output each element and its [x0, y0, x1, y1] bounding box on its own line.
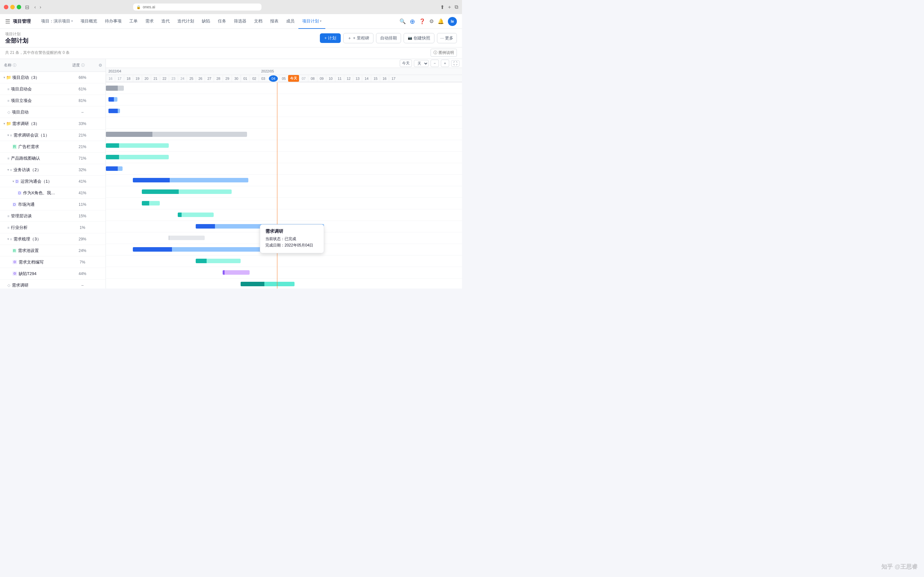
forward-button[interactable]: ›	[39, 4, 43, 10]
nav-item-todo[interactable]: 待办事项	[101, 14, 126, 29]
nav-item-project-plan[interactable]: 项目计划 ▾	[298, 14, 325, 29]
day-18: 18	[124, 75, 133, 82]
bar-progress	[106, 132, 152, 137]
bar-progress	[223, 270, 225, 275]
more-button[interactable]: ··· 更多	[437, 33, 457, 43]
close-button[interactable]	[4, 5, 8, 9]
day-26: 26	[196, 75, 205, 82]
table-row[interactable]: ◇ 项目启动 –	[0, 106, 105, 118]
doc-icon: D	[13, 203, 16, 206]
chevron-down-icon[interactable]: ▾	[7, 168, 9, 171]
nav-item-ticket[interactable]: 工单	[126, 14, 142, 29]
table-row[interactable]: R 广告栏需求 21%	[0, 141, 105, 153]
create-snapshot-button[interactable]: 📷 创建快照	[404, 33, 435, 43]
table-row[interactable]: D 作为X角色、我… 41%	[0, 187, 105, 199]
nav-item-project[interactable]: 项目：演示项目 ▾	[37, 14, 77, 29]
notification-button[interactable]: 🔔	[438, 18, 444, 24]
nav-item-report[interactable]: 报表	[266, 14, 282, 29]
nav-item-filter[interactable]: 筛选器	[230, 14, 250, 29]
bar-req-doc	[223, 270, 250, 275]
table-row[interactable]: ▾ D 运营沟通会（1） 41%	[0, 176, 105, 187]
bar-progress	[196, 224, 215, 229]
table-row[interactable]: D 市场沟通 11%	[0, 199, 105, 210]
nav-actions: 🔍 ⊕ ❓ ⚙ 🔔 Ie	[399, 17, 457, 26]
chevron-down-icon[interactable]: ▾	[7, 133, 9, 137]
table-row[interactable]: ▾ ≡ 业务访谈（2） 32%	[0, 164, 105, 176]
gantt-row-1	[106, 82, 462, 94]
table-row[interactable]: ⚙ 缺陷T294 44%	[0, 268, 105, 279]
minimize-button[interactable]	[10, 5, 15, 9]
table-row[interactable]: ≡ 产品路线图确认 71%	[0, 153, 105, 164]
auto-arrange-button[interactable]: 自动排期	[376, 33, 401, 43]
add-member-button[interactable]: ⊕	[410, 18, 415, 25]
nav-item-requirement[interactable]: 需求	[142, 14, 158, 29]
bar-role-story	[142, 201, 160, 205]
day-11-may: 11	[335, 75, 344, 82]
gantt-row-16	[106, 255, 462, 267]
legend-button[interactable]: ⓘ 图例说明	[431, 49, 457, 57]
table-row[interactable]: R 需求池设置 24%	[0, 245, 105, 256]
day-15-may: 15	[371, 75, 380, 82]
main-container: 项目计划 全部计划 + 计划 ＋ + 里程碑 自动排期 📷 创建快照 ··· 更…	[0, 29, 462, 288]
search-button[interactable]: 🔍	[399, 18, 406, 24]
chevron-down-icon[interactable]: ▾	[3, 122, 5, 125]
link-icon: ⚙	[13, 260, 17, 264]
bar-progress	[142, 201, 149, 205]
zoom-in-button[interactable]: ＋	[441, 60, 449, 67]
gantt-row-9	[106, 175, 462, 186]
table-row[interactable]: ≡ 管理层访谈 15%	[0, 210, 105, 222]
chevron-down-icon[interactable]: ▾	[7, 237, 9, 241]
add-milestone-button[interactable]: ＋ + 里程碑	[343, 33, 373, 43]
new-tab-button[interactable]: ＋	[447, 4, 452, 11]
month-label-apr: 2022/04	[106, 68, 124, 74]
tooltip: 需求调研 当前状态：已完成 完成日期：2022年05月04日	[260, 224, 324, 253]
nav-item-iteration[interactable]: 迭代	[158, 14, 174, 29]
add-plan-button[interactable]: + 计划	[320, 33, 341, 43]
nav-item-overview[interactable]: 项目概览	[77, 14, 101, 29]
right-panel[interactable]: 今天 天 周 月 － ＋ ⛶ 2022/04 2022/05	[106, 59, 462, 288]
table-row[interactable]: ▾ ≡ 需求梳理（3） 29%	[0, 234, 105, 245]
sidebar-toggle-button[interactable]: ⊟	[24, 3, 31, 11]
help-button[interactable]: ❓	[419, 18, 425, 24]
menu-button[interactable]: ☰	[5, 18, 13, 25]
table-row[interactable]: ▾ 📁 项目启动（3） 66%	[0, 72, 105, 83]
nav-item-task[interactable]: 任务	[214, 14, 230, 29]
share-button[interactable]: ⬆	[440, 4, 444, 10]
chevron-down-icon: ▾	[71, 19, 73, 23]
day-12-may: 12	[344, 75, 353, 82]
lines-icon: ≡	[7, 214, 9, 218]
name-info-icon: ⓘ	[13, 63, 16, 68]
gantt-container: 名称 ⓘ 进度 ⓘ ⚙ ▾ 📁 项目启动（3） 6	[0, 59, 462, 288]
settings-button[interactable]: ⚙	[429, 18, 434, 24]
table-row[interactable]: ◇ 需求调研 –	[0, 279, 105, 288]
today-button-inline[interactable]: 今天	[288, 75, 299, 82]
security-icon: 🔒	[136, 5, 141, 9]
address-bar[interactable]: 🔒 ones.ai	[133, 3, 262, 11]
table-row[interactable]: ≡ 项目启动会 61%	[0, 83, 105, 95]
day-select[interactable]: 天 周 月	[414, 60, 429, 67]
bar-progress	[106, 155, 119, 159]
table-row[interactable]: ⚙ 需求文档编写 7%	[0, 256, 105, 268]
table-row[interactable]: ▾ 📁 需求调研（3） 33%	[0, 118, 105, 129]
table-row[interactable]: ≡ 项目立项会 81%	[0, 95, 105, 106]
nav-item-iteration-plan[interactable]: 迭代计划	[174, 14, 198, 29]
back-button[interactable]: ‹	[33, 4, 37, 10]
fullscreen-button[interactable]: ⛶	[451, 60, 459, 67]
chevron-down-icon[interactable]: ▾	[13, 179, 14, 183]
table-row[interactable]: ▾ ≡ 需求调研会议（1） 21%	[0, 129, 105, 141]
day-05-may: 05	[279, 75, 288, 82]
col-settings-header[interactable]: ⚙	[95, 63, 105, 68]
day-14-may: 14	[362, 75, 371, 82]
diamond-icon: ◇	[7, 283, 10, 287]
zoom-out-button[interactable]: －	[431, 60, 439, 67]
today-button[interactable]: 今天	[400, 60, 412, 67]
chevron-down-icon[interactable]: ▾	[3, 76, 5, 79]
tabs-button[interactable]: ⧉	[455, 4, 458, 10]
avatar[interactable]: Ie	[448, 17, 457, 26]
gantt-row-11	[106, 198, 462, 210]
nav-item-doc[interactable]: 文档	[250, 14, 266, 29]
nav-item-defect[interactable]: 缺陷	[198, 14, 214, 29]
nav-item-member[interactable]: 成员	[282, 14, 298, 29]
table-row[interactable]: ≡ 行业分析 1%	[0, 222, 105, 234]
maximize-button[interactable]	[17, 5, 21, 9]
